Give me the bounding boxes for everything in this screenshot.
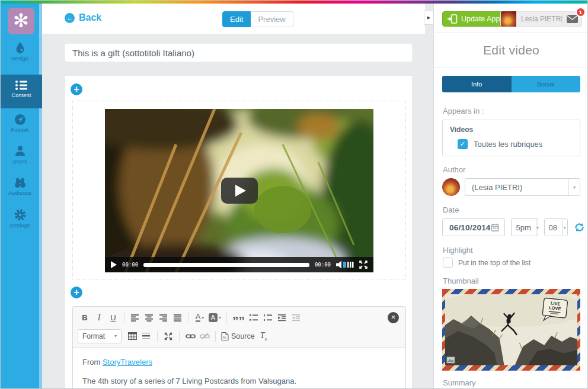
text-color-button[interactable]: A ▾ xyxy=(193,311,207,325)
user-icon xyxy=(14,145,26,157)
app-logo[interactable]: ✻ xyxy=(8,8,34,34)
indent-icon[interactable] xyxy=(275,311,289,325)
svg-text:%: % xyxy=(223,336,226,339)
chevron-down-icon xyxy=(562,219,567,236)
sidebar-rail xyxy=(39,3,42,388)
horizontal-rule-icon[interactable] xyxy=(139,329,154,343)
refresh-date-button[interactable] xyxy=(574,223,584,232)
sidebar-item-label: Audience xyxy=(1,190,39,196)
blockquote-button[interactable]: ”” xyxy=(231,311,247,325)
sidebar-item-design[interactable]: Design xyxy=(1,38,39,72)
list-icon xyxy=(15,79,28,91)
video-player[interactable]: 00:00 00:00 xyxy=(105,109,373,272)
sidebar-item-label: Settings xyxy=(1,223,39,229)
mode-toggle: Edit Preview xyxy=(222,11,293,27)
drop-icon xyxy=(14,41,26,54)
author-avatar xyxy=(442,178,460,196)
panel-tabs: Info Social xyxy=(442,76,580,92)
outdent-icon[interactable] xyxy=(289,311,303,325)
date-input[interactable]: 06/10/2014 xyxy=(442,218,505,236)
sidebar: ✻ Design Content Publish xyxy=(1,3,42,388)
minute-value: 08 xyxy=(545,223,562,232)
progress-bar[interactable] xyxy=(143,263,309,267)
rainbow-top-bar xyxy=(1,1,587,4)
editor-toolbar-row2: Format ▾ % xyxy=(78,328,401,344)
envelope-icon xyxy=(567,15,578,23)
align-justify-icon[interactable] xyxy=(171,311,185,325)
chevron-down-icon xyxy=(536,219,539,236)
video-block[interactable]: 00:00 00:00 xyxy=(72,101,406,279)
article-title-input[interactable] xyxy=(65,43,413,62)
total-time: 00:00 xyxy=(315,262,331,268)
sidebar-item-content[interactable]: Content xyxy=(1,75,42,108)
volume-icon[interactable] xyxy=(336,261,354,269)
table-icon[interactable] xyxy=(125,329,139,343)
italic-button[interactable]: I xyxy=(92,311,106,325)
content-card: + xyxy=(65,75,413,389)
numbered-list-icon[interactable] xyxy=(261,311,275,325)
align-left-icon[interactable] xyxy=(128,311,142,325)
unlink-icon[interactable] xyxy=(197,329,212,343)
preview-button[interactable]: Preview xyxy=(251,11,293,27)
sidebar-item-settings[interactable]: Settings xyxy=(1,205,39,239)
editor-body[interactable]: From StoryTravelers The 4th story of a s… xyxy=(73,348,405,389)
author-select[interactable]: (Lesia PIETRI) xyxy=(465,178,580,196)
date-value: 06/10/2014 xyxy=(449,223,491,232)
user-avatar xyxy=(501,11,516,27)
notifications-button[interactable]: 1 xyxy=(562,12,581,26)
bold-button[interactable]: B xyxy=(78,311,92,325)
link-icon[interactable] xyxy=(183,329,197,343)
back-button[interactable]: ← Back xyxy=(65,12,101,23)
minute-select[interactable]: 08 xyxy=(544,218,568,236)
binoculars-icon xyxy=(13,177,27,189)
highlight-row: Put in the top of the list xyxy=(443,258,580,268)
storytravelers-link[interactable]: StoryTravelers xyxy=(103,358,152,367)
hour-select[interactable]: 5pm xyxy=(511,218,538,236)
date-row: 06/10/2014 5pm 08 xyxy=(442,218,580,236)
play-button-overlay[interactable] xyxy=(221,178,258,204)
app-builder-window: ✻ Design Content Publish xyxy=(0,0,588,389)
edit-button[interactable]: Edit xyxy=(222,11,251,27)
source-doc-icon: % xyxy=(221,332,229,340)
tab-info[interactable]: Info xyxy=(442,76,512,92)
user-menu[interactable]: Lesia PIETRI 1 xyxy=(500,11,582,27)
video-controls: 00:00 00:00 xyxy=(105,257,373,272)
sidebar-item-audience[interactable]: Audience xyxy=(1,174,39,207)
fullscreen-icon[interactable] xyxy=(359,261,368,269)
panel-collapse-handle[interactable]: ▶ xyxy=(424,11,434,25)
play-icon[interactable] xyxy=(111,261,117,268)
sidebar-item-users[interactable]: Users xyxy=(1,142,39,175)
highlight-checkbox-label: Put in the top of the list xyxy=(458,259,531,267)
source-button[interactable]: % Source xyxy=(219,329,257,343)
align-right-icon[interactable] xyxy=(156,311,171,325)
underline-button[interactable]: U xyxy=(106,311,120,325)
close-editor-button[interactable]: × xyxy=(388,312,399,323)
format-dropdown[interactable]: Format ▾ xyxy=(78,329,122,343)
appears-group-label: Videos xyxy=(450,126,573,134)
paragraph: From StoryTravelers xyxy=(82,357,396,368)
thumbnail-label: Thumbnail xyxy=(443,277,580,285)
background-color-button[interactable]: A ▾ xyxy=(207,311,223,325)
hour-value: 5pm xyxy=(512,223,536,232)
sidebar-item-label: Content xyxy=(1,92,42,98)
tab-social[interactable]: Social xyxy=(512,76,581,92)
sidebar-item-label: Design xyxy=(1,56,39,62)
chevron-down-icon xyxy=(568,179,580,195)
current-time: 00:00 xyxy=(122,262,138,268)
add-block-button-bottom[interactable]: + xyxy=(71,287,82,298)
sidebar-item-publish[interactable]: Publish xyxy=(1,110,39,143)
checkbox-label: Toutes les rubriques xyxy=(474,140,542,149)
date-label: Date xyxy=(443,205,580,214)
remove-format-button[interactable]: Tx xyxy=(257,329,271,343)
thumbnail-image[interactable]: LIVE LOVE xyxy=(442,289,580,371)
toutes-les-rubriques-checkbox[interactable] xyxy=(458,139,468,149)
gear-icon xyxy=(14,208,27,221)
align-center-icon[interactable] xyxy=(142,311,156,325)
editor-toolbar: B I U A ▾ xyxy=(73,307,405,348)
add-block-button-top[interactable]: + xyxy=(71,83,82,95)
maximize-icon[interactable] xyxy=(161,329,175,343)
phone-update-icon xyxy=(448,14,458,24)
highlight-checkbox[interactable] xyxy=(443,258,453,268)
bulleted-list-icon[interactable] xyxy=(247,311,261,325)
update-app-button[interactable]: Update App xyxy=(442,11,506,27)
